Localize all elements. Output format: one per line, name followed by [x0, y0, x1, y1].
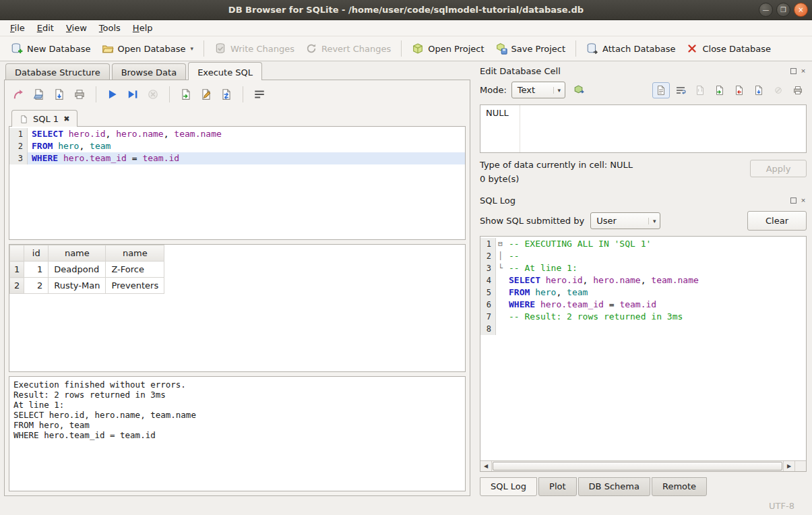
fold-marker-icon[interactable]: └ [496, 262, 505, 274]
scroll-right-icon[interactable]: ▶ [783, 461, 794, 471]
code-line[interactable]: 8 [480, 323, 806, 335]
code-line[interactable]: 6WHERE hero.team_id = team.id [480, 299, 806, 311]
close-button[interactable]: × [794, 3, 808, 17]
open-database-dropdown-icon[interactable]: ▾ [190, 45, 193, 52]
toolbar-separator [96, 86, 96, 102]
line-number: 7 [480, 311, 496, 323]
attach-database-button[interactable]: Attach Database [581, 40, 681, 57]
table-cell[interactable]: Rusty-Man [49, 278, 106, 294]
code-line[interactable]: 1⊟-- EXECUTING ALL IN 'SQL 1' [480, 238, 806, 250]
find-replace-button[interactable] [218, 86, 235, 102]
code-line[interactable]: 4SELECT hero.id, hero.name, team.name [480, 274, 806, 286]
open-file-button[interactable] [177, 86, 195, 102]
execute-all-button[interactable] [104, 86, 121, 102]
row-number[interactable]: 1 [10, 262, 24, 278]
table-cell[interactable]: Preventers [106, 278, 164, 294]
line-number: 1 [480, 238, 496, 250]
fold-marker-icon[interactable]: │ [496, 250, 505, 262]
code-line[interactable]: 1SELECT hero.id, hero.name, team.name [9, 128, 465, 140]
text-mode-button[interactable] [652, 82, 670, 98]
menu-file[interactable]: File [4, 21, 31, 35]
column-header[interactable]: name [106, 245, 164, 262]
write-changes-button: Write Changes [209, 40, 300, 57]
line-number: 3 [480, 262, 496, 274]
sql-editor[interactable]: 1SELECT hero.id, hero.name, team.name2FR… [9, 127, 466, 240]
print-button[interactable] [71, 86, 88, 102]
float-panel-icon[interactable] [790, 68, 797, 74]
table-cell[interactable]: 1 [24, 262, 49, 278]
new-database-button[interactable]: New Database [5, 40, 96, 57]
save-project-button[interactable]: Save Project [490, 40, 571, 57]
word-wrap-button[interactable] [251, 86, 268, 102]
code-line[interactable]: 5FROM hero, team [480, 286, 806, 299]
chevron-down-icon: ▾ [553, 87, 565, 94]
cell-editor[interactable]: NULL [480, 104, 807, 153]
line-number: 1 [9, 128, 28, 140]
titlebar[interactable]: DB Browser for SQLite - /home/user/code/… [0, 0, 812, 20]
word-wrap-toggle-button[interactable] [672, 82, 689, 98]
fold-marker-icon[interactable]: ⊟ [496, 238, 505, 250]
minimize-button[interactable]: — [759, 3, 773, 17]
tab-plot[interactable]: Plot [538, 477, 577, 496]
table-row[interactable]: 22Rusty-ManPreventers [10, 278, 164, 294]
column-header[interactable]: id [24, 245, 49, 262]
line-number: 3 [9, 152, 28, 164]
save-as-button[interactable] [197, 86, 215, 102]
scroll-left-icon[interactable]: ◀ [480, 461, 492, 471]
sql-log-editor[interactable]: 1⊟-- EXECUTING ALL IN 'SQL 1'2│--3└-- At… [480, 237, 806, 460]
save-cell-button[interactable] [750, 82, 768, 98]
float-panel-icon[interactable] [790, 198, 797, 204]
open-sql-file-button[interactable] [30, 86, 48, 102]
code-line[interactable]: 2FROM hero, team [9, 140, 465, 152]
menu-edit[interactable]: Edit [31, 21, 60, 35]
mode-combobox[interactable]: Text ▾ [511, 82, 565, 98]
menu-help[interactable]: Help [127, 21, 159, 35]
tab-sql-log[interactable]: SQL Log [480, 477, 537, 496]
table-cell[interactable]: Z-Force [106, 262, 164, 278]
table-row[interactable]: 11DeadpondZ-Force [10, 262, 164, 278]
row-number[interactable]: 2 [10, 278, 24, 294]
open-database-button[interactable]: Open Database ▾ [96, 40, 199, 57]
save-sql-file-icon [53, 88, 65, 100]
table-cell[interactable]: Deadpond [49, 262, 106, 278]
scrollbar-thumb[interactable] [493, 462, 782, 471]
menu-tools[interactable]: Tools [93, 21, 127, 35]
code-line[interactable]: 7-- Result: 2 rows returned in 3ms [480, 311, 806, 323]
code-line[interactable]: 2│-- [480, 250, 806, 262]
clear-button[interactable]: Clear [747, 211, 807, 231]
panel-splitter[interactable] [470, 61, 476, 496]
code-line[interactable]: 3└-- At line 1: [480, 262, 806, 274]
save-sql-file-button[interactable] [51, 86, 68, 102]
import-cell-button[interactable] [711, 82, 728, 98]
encoding-indicator[interactable]: UTF-8 [769, 501, 794, 511]
line-number: 5 [480, 286, 496, 299]
tab-execute-sql[interactable]: Execute SQL [188, 62, 262, 80]
mode-label: Mode: [480, 85, 507, 95]
close-panel-icon[interactable]: × [800, 67, 807, 74]
table-cell[interactable]: 2 [24, 278, 49, 294]
print-cell-button[interactable] [789, 82, 807, 98]
horizontal-scrollbar[interactable]: ◀ ▶ [480, 460, 806, 471]
sql-log-filter-combobox[interactable]: User ▾ [590, 212, 660, 229]
close-database-button[interactable]: Close Database [681, 40, 776, 57]
export-cell-button[interactable] [730, 82, 748, 98]
auto-detect-button[interactable] [570, 82, 588, 98]
tab-db-schema[interactable]: DB Schema [578, 477, 650, 496]
open-project-button[interactable]: Open Project [406, 40, 489, 57]
sql-tab-close-icon[interactable]: ✖ [63, 115, 69, 123]
execute-line-button[interactable] [124, 86, 142, 102]
tab-remote[interactable]: Remote [652, 477, 707, 496]
cell-editor-divider [520, 105, 520, 152]
status-bar: UTF-8 [0, 496, 812, 515]
column-header[interactable]: name [49, 245, 106, 262]
open-tab-button[interactable] [10, 86, 28, 102]
sql-log-header: SQL Log × [476, 192, 808, 208]
code-line[interactable]: 3WHERE hero.team_id = team.id [9, 152, 465, 164]
maximize-button[interactable]: ❒ [776, 3, 790, 17]
menu-view[interactable]: View [60, 21, 93, 35]
sql-tab-sql1[interactable]: SQL 1 ✖ [11, 110, 77, 127]
tab-browse-data[interactable]: Browse Data [112, 63, 187, 80]
close-panel-icon[interactable]: × [800, 197, 807, 204]
tab-database-structure[interactable]: Database Structure [5, 63, 110, 80]
json-mode-button[interactable] [691, 82, 709, 98]
